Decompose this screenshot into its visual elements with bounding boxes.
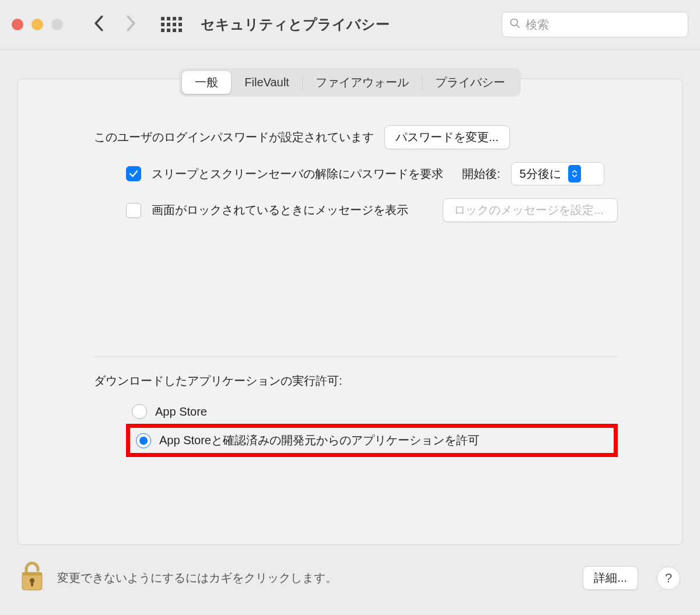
set-lock-message-button[interactable]: ロックのメッセージを設定... (443, 198, 618, 222)
lock-icon[interactable] (18, 560, 47, 596)
divider (94, 356, 618, 357)
require-password-delay-select[interactable]: 5分後に (511, 162, 604, 185)
svg-rect-4 (31, 582, 33, 586)
radio-button[interactable] (136, 433, 151, 448)
stepper-icon (568, 165, 581, 182)
footer: 変更できないようにするにはカギをクリックします。 詳細... ? (0, 550, 700, 615)
zoom-window-button[interactable] (51, 19, 63, 30)
check-icon (128, 168, 139, 179)
allow-apps-radio-group: App Store App Storeと確認済みの開発元からのアプリケーションを… (126, 399, 618, 457)
window-title: セキュリティとプライバシー (201, 15, 502, 34)
tab-firewall[interactable]: ファイアウォール (303, 71, 422, 94)
radio-label: App Storeと確認済みの開発元からのアプリケーションを許可 (159, 433, 480, 448)
tab-privacy[interactable]: プライバシー (422, 71, 518, 94)
advanced-button[interactable]: 詳細... (583, 566, 638, 590)
require-password-checkbox[interactable] (126, 166, 141, 181)
preferences-pane: 一般 FileVault ファイアウォール プライバシー このユーザのログインパ… (18, 79, 682, 545)
search-icon (509, 17, 521, 32)
tab-bar: 一般 FileVault ファイアウォール プライバシー (180, 69, 520, 96)
radio-label: App Store (155, 405, 207, 419)
lock-message-label: 画面がロックされているときにメッセージを表示 (152, 202, 408, 218)
require-password-label: スリープとスクリーンセーバの解除にパスワードを要求 (152, 166, 443, 182)
close-window-button[interactable] (12, 19, 23, 30)
allow-apps-title: ダウンロードしたアプリケーションの実行許可: (94, 373, 618, 389)
toolbar: セキュリティとプライバシー (0, 0, 700, 50)
window-controls (12, 19, 63, 30)
lock-hint-text: 変更できないようにするにはカギをクリックします。 (57, 570, 572, 586)
general-tab-content: このユーザのログインパスワードが設定されています パスワードを変更... スリー… (18, 96, 682, 457)
tab-label: FileVault (244, 76, 289, 89)
tab-label: ファイアウォール (316, 75, 409, 90)
after-label: 開始後: (462, 166, 501, 182)
lock-message-checkbox[interactable] (126, 203, 141, 218)
search-input[interactable] (526, 18, 681, 31)
tab-label: 一般 (195, 75, 218, 90)
help-button[interactable]: ? (657, 567, 680, 590)
select-value: 5分後に (520, 166, 561, 182)
search-field[interactable] (502, 12, 688, 37)
tab-general[interactable]: 一般 (182, 71, 231, 94)
nav-arrows (92, 15, 138, 34)
tab-label: プライバシー (435, 75, 505, 90)
tab-filevault[interactable]: FileVault (232, 71, 302, 94)
allow-apps-option-identified-devs[interactable]: App Storeと確認済みの開発元からのアプリケーションを許可 (126, 424, 618, 457)
minimize-window-button[interactable] (32, 19, 43, 30)
radio-button[interactable] (132, 404, 147, 419)
back-button[interactable] (92, 15, 106, 34)
svg-rect-2 (22, 572, 42, 575)
forward-button[interactable] (124, 15, 138, 34)
password-set-text: このユーザのログインパスワードが設定されています (94, 129, 374, 145)
allow-apps-option-appstore[interactable]: App Store (126, 399, 618, 424)
change-password-button[interactable]: パスワードを変更... (384, 125, 510, 149)
show-all-prefs-button[interactable] (161, 17, 182, 32)
